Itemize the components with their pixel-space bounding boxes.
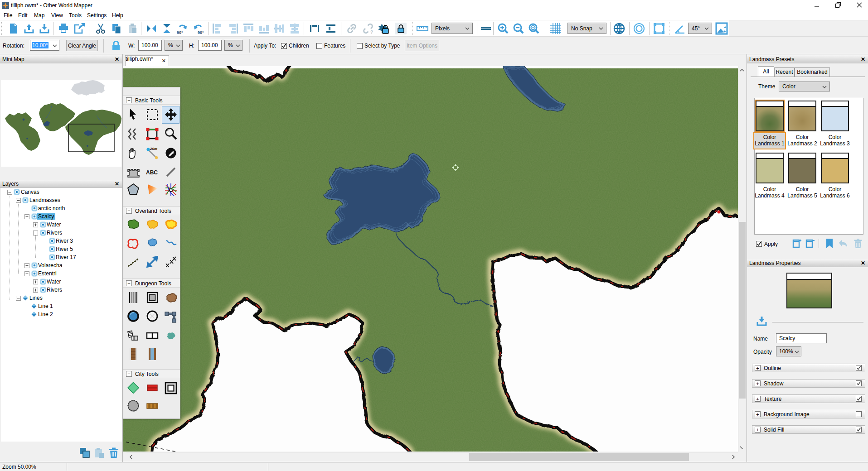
svg-text:20m: 20m — [150, 147, 157, 151]
svg-text:90°: 90° — [177, 30, 183, 35]
svg-text:ABC: ABC — [146, 169, 158, 176]
svg-text:90°: 90° — [198, 30, 204, 35]
svg-text:?: ? — [370, 30, 373, 35]
